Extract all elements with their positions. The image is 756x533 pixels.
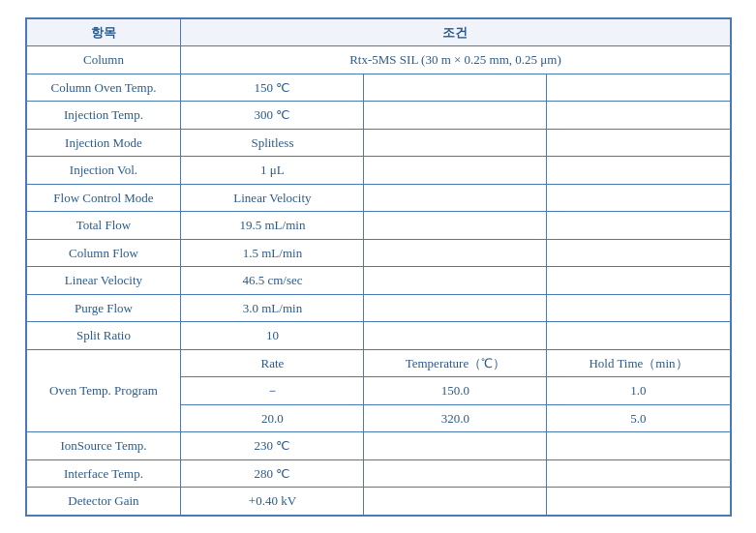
- row-label: Flow Control Mode: [26, 184, 181, 212]
- header-condition: 조건: [181, 18, 730, 46]
- header-item: 항목: [26, 18, 181, 46]
- row-empty: [364, 74, 547, 102]
- row-value: 1.5 mL/min: [181, 239, 364, 267]
- row-value: +0.40 kV: [181, 488, 364, 516]
- oven-rate-header: Rate: [181, 349, 364, 377]
- table-row: Column Flow 1.5 mL/min: [26, 239, 730, 267]
- oven-program-header-row: Oven Temp. Program Rate Temperature（℃） H…: [26, 349, 730, 377]
- row-empty: [547, 459, 730, 488]
- row-label: Injection Vol.: [26, 157, 181, 185]
- main-table-container: 항목 조건 Column Rtx-5MS SIL (30 m × 0.25 mm…: [25, 17, 732, 517]
- row-label: Column Oven Temp.: [26, 74, 181, 102]
- table-row: Column Rtx-5MS SIL (30 m × 0.25 mm, 0.25…: [26, 46, 730, 74]
- table-row: Column Oven Temp. 150 ℃: [26, 74, 730, 102]
- table-row: Injection Vol. 1 μL: [26, 157, 730, 185]
- table-row: Split Ratio 10: [26, 322, 730, 350]
- row-empty: [364, 294, 547, 322]
- oven-program-label: Oven Temp. Program: [26, 349, 181, 432]
- table-row: Purge Flow 3.0 mL/min: [26, 294, 730, 322]
- row-label: Purge Flow: [26, 294, 181, 322]
- row-value: 10: [181, 322, 364, 350]
- table-row: Detector Gain +0.40 kV: [26, 488, 730, 516]
- row-label: Interface Temp.: [26, 459, 181, 488]
- table-row: Injection Mode Splitless: [26, 129, 730, 157]
- row-empty: [547, 157, 730, 185]
- conditions-table: 항목 조건 Column Rtx-5MS SIL (30 m × 0.25 mm…: [26, 18, 731, 516]
- row-empty: [364, 488, 547, 516]
- oven-rate-1: －: [181, 377, 364, 405]
- row-empty: [547, 432, 730, 460]
- row-empty: [364, 184, 547, 212]
- row-empty: [364, 102, 547, 130]
- row-empty: [364, 212, 547, 240]
- row-label: Split Ratio: [26, 322, 181, 350]
- row-value: Rtx-5MS SIL (30 m × 0.25 mm, 0.25 μm): [181, 46, 730, 74]
- table-row: Linear Velocity 46.5 cm/sec: [26, 267, 730, 295]
- row-label: Detector Gain: [26, 488, 181, 516]
- row-empty: [547, 74, 730, 102]
- table-row: Total Flow 19.5 mL/min: [26, 212, 730, 240]
- row-empty: [547, 102, 730, 130]
- table-row: Injection Temp. 300 ℃: [26, 102, 730, 130]
- row-empty: [547, 488, 730, 516]
- table-row: Interface Temp. 280 ℃: [26, 459, 730, 488]
- row-empty: [364, 432, 547, 460]
- oven-temp-header: Temperature（℃）: [364, 349, 547, 377]
- table-row: IonSource Temp. 230 ℃: [26, 432, 730, 460]
- oven-temp-2: 320.0: [364, 404, 547, 432]
- row-label: Linear Velocity: [26, 267, 181, 295]
- row-label: Injection Mode: [26, 129, 181, 157]
- row-empty: [364, 267, 547, 295]
- row-value: 300 ℃: [181, 102, 364, 130]
- row-label: Column: [26, 46, 181, 74]
- row-value: Splitless: [181, 129, 364, 157]
- row-label: IonSource Temp.: [26, 432, 181, 460]
- oven-rate-2: 20.0: [181, 404, 364, 432]
- row-empty: [547, 239, 730, 267]
- row-empty: [547, 267, 730, 295]
- row-value: 3.0 mL/min: [181, 294, 364, 322]
- row-value: 19.5 mL/min: [181, 212, 364, 240]
- row-value: 230 ℃: [181, 432, 364, 460]
- row-value: 46.5 cm/sec: [181, 267, 364, 295]
- row-value: 280 ℃: [181, 459, 364, 488]
- row-value: 1 μL: [181, 157, 364, 185]
- row-label: Column Flow: [26, 239, 181, 267]
- row-empty: [547, 129, 730, 157]
- table-row: Flow Control Mode Linear Velocity: [26, 184, 730, 212]
- row-empty: [364, 129, 547, 157]
- oven-temp-1: 150.0: [364, 377, 547, 405]
- row-empty: [547, 294, 730, 322]
- row-empty: [364, 157, 547, 185]
- row-empty: [547, 212, 730, 240]
- row-empty: [364, 239, 547, 267]
- oven-hold-header: Hold Time（min）: [547, 349, 730, 377]
- row-empty: [547, 322, 730, 350]
- row-label: Injection Temp.: [26, 102, 181, 130]
- row-empty: [364, 459, 547, 488]
- row-value: Linear Velocity: [181, 184, 364, 212]
- oven-hold-1: 1.0: [547, 377, 730, 405]
- row-empty: [547, 184, 730, 212]
- oven-hold-2: 5.0: [547, 404, 730, 432]
- row-value: 150 ℃: [181, 74, 364, 102]
- table-header-row: 항목 조건: [26, 18, 730, 46]
- row-empty: [364, 322, 547, 350]
- row-label: Total Flow: [26, 212, 181, 240]
